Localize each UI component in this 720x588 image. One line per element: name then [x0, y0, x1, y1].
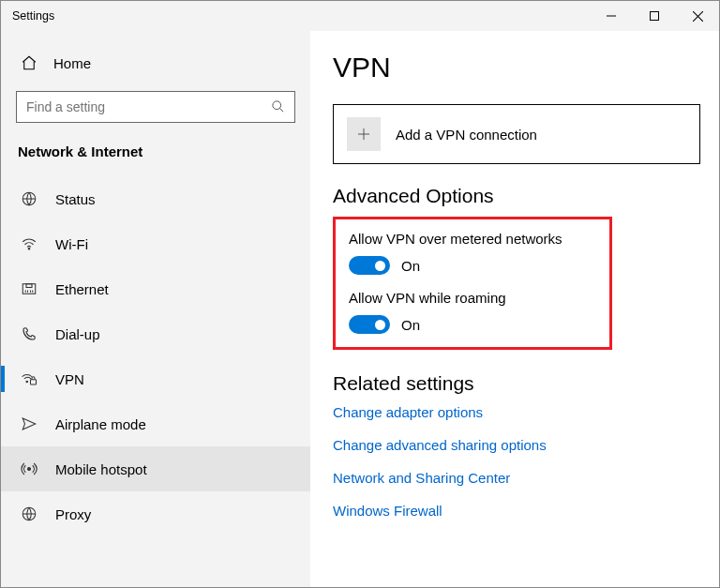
home-link[interactable]: Home [1, 44, 310, 82]
toggle-metered-label: Allow VPN over metered networks [349, 231, 596, 247]
svg-point-15 [26, 381, 28, 383]
airplane-icon [20, 415, 38, 433]
svg-rect-1 [651, 12, 659, 21]
sidebar: Home Network & Internet Status [1, 31, 310, 587]
window-controls [590, 1, 719, 31]
add-vpn-connection-button[interactable]: Add a VPN connection [333, 104, 700, 164]
add-vpn-label: Add a VPN connection [396, 127, 537, 143]
toggle-roaming-label: Allow VPN while roaming [349, 290, 596, 306]
sidebar-item-vpn[interactable]: VPN [1, 356, 310, 401]
vpn-icon [20, 369, 38, 388]
sidebar-item-dialup[interactable]: Dial-up [1, 311, 310, 356]
sidebar-item-label: Mobile hotspot [55, 461, 147, 477]
search-wrap [16, 91, 295, 123]
titlebar: Settings [1, 1, 719, 31]
svg-rect-9 [22, 284, 36, 294]
proxy-icon [20, 505, 38, 523]
hotspot-icon [20, 460, 38, 478]
sidebar-item-wifi[interactable]: Wi-Fi [1, 221, 310, 266]
ethernet-icon [20, 279, 38, 298]
sidebar-item-label: Ethernet [55, 281, 109, 297]
dialup-icon [20, 324, 38, 343]
sidebar-item-status[interactable]: Status [1, 176, 310, 221]
link-sharing-options[interactable]: Change advanced sharing options [333, 437, 700, 453]
toggle-roaming-group: Allow VPN while roaming On [349, 290, 596, 334]
home-label: Home [53, 55, 91, 71]
category-heading: Network & Internet [1, 138, 310, 176]
sidebar-item-proxy[interactable]: Proxy [1, 491, 310, 536]
sidebar-item-label: Dial-up [55, 326, 100, 342]
highlight-box: Allow VPN over metered networks On Allow… [333, 217, 612, 350]
sidebar-item-label: Airplane mode [55, 416, 146, 432]
svg-point-17 [28, 468, 31, 471]
sidebar-item-label: Status [55, 191, 96, 207]
search-input[interactable] [16, 91, 295, 123]
toggle-roaming-state: On [401, 317, 420, 333]
toggle-metered-state: On [401, 258, 420, 274]
toggle-roaming[interactable] [349, 315, 390, 334]
status-icon [20, 189, 38, 208]
sidebar-item-label: VPN [55, 371, 84, 387]
svg-rect-16 [31, 380, 37, 384]
sidebar-item-label: Proxy [55, 506, 91, 522]
maximize-button[interactable] [633, 1, 676, 31]
svg-rect-10 [26, 284, 32, 288]
link-firewall[interactable]: Windows Firewall [333, 503, 700, 519]
nav-list: Status Wi-Fi Ethernet [1, 176, 310, 536]
sidebar-item-ethernet[interactable]: Ethernet [1, 266, 310, 311]
advanced-options-heading: Advanced Options [333, 185, 700, 207]
settings-window: Settings Home [0, 0, 720, 588]
sidebar-item-hotspot[interactable]: Mobile hotspot [1, 446, 310, 491]
close-button[interactable] [676, 1, 719, 31]
minimize-button[interactable] [590, 1, 633, 31]
related-settings-heading: Related settings [333, 372, 700, 395]
page-title: VPN [333, 52, 700, 83]
svg-point-8 [28, 249, 30, 250]
link-adapter-options[interactable]: Change adapter options [333, 404, 700, 420]
sidebar-item-airplane[interactable]: Airplane mode [1, 401, 310, 446]
body: Home Network & Internet Status [1, 31, 719, 587]
related-links: Change adapter options Change advanced s… [333, 404, 700, 519]
window-title: Settings [12, 9, 54, 23]
toggle-metered-group: Allow VPN over metered networks On [349, 231, 596, 275]
main-content: VPN Add a VPN connection Advanced Option… [310, 31, 719, 587]
plus-icon [347, 117, 381, 151]
link-sharing-center[interactable]: Network and Sharing Center [333, 470, 700, 486]
wifi-icon [20, 234, 38, 253]
sidebar-item-label: Wi-Fi [55, 236, 88, 252]
home-icon [20, 53, 38, 72]
toggle-metered[interactable] [349, 256, 390, 275]
